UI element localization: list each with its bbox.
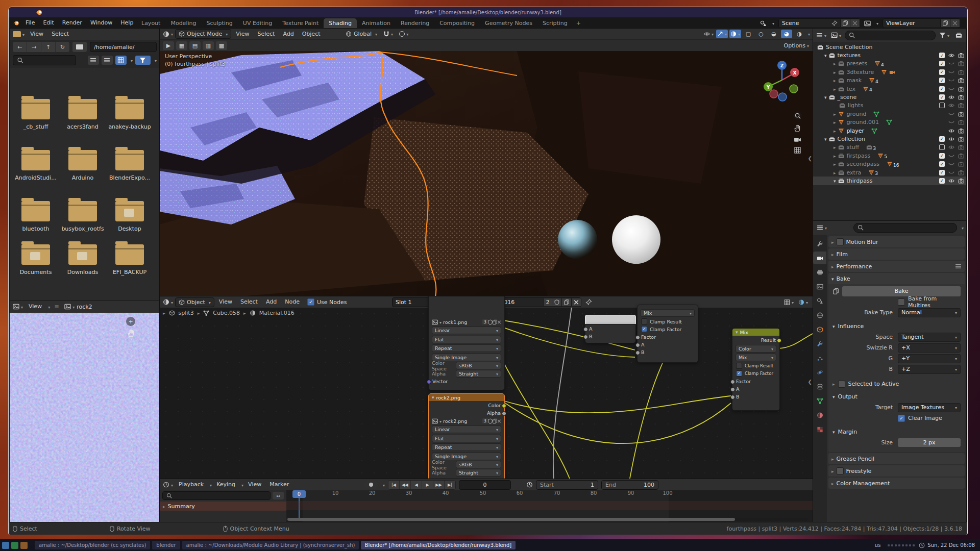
timeline-menu-marker[interactable]: Marker: [266, 480, 292, 490]
shader-type-selector[interactable]: Object: [175, 297, 214, 307]
camera-icon[interactable]: [958, 78, 964, 83]
pin-icon[interactable]: [585, 299, 592, 305]
outliner-row-presets[interactable]: presets 4 ✓: [813, 60, 966, 68]
scene-icon[interactable]: [760, 20, 767, 27]
systray-icons[interactable]: [888, 544, 915, 546]
target-dropdown[interactable]: Image Textures: [898, 403, 961, 412]
camera-icon[interactable]: [958, 53, 964, 58]
file-item[interactable]: BlenderExpo...: [108, 145, 152, 181]
expand-arrow[interactable]: [834, 119, 836, 126]
region-collapse-arrow[interactable]: ❮: [808, 156, 812, 161]
camera-icon[interactable]: [958, 103, 964, 108]
add-workspace-button[interactable]: +: [573, 18, 584, 29]
expand-arrow[interactable]: [824, 94, 827, 101]
outliner-display-mode-button[interactable]: [830, 31, 842, 40]
window-titlebar[interactable]: Blender* [/home/amalie/Desktop/blender/r…: [9, 7, 967, 17]
camera-icon[interactable]: [958, 128, 964, 134]
prev-keyframe-button[interactable]: ◀◀: [400, 481, 411, 489]
tab-scripting[interactable]: Scripting: [537, 18, 573, 29]
menu-file[interactable]: File: [21, 17, 39, 29]
file-item[interactable]: Arduino: [61, 145, 105, 181]
outliner-row-thirdpass[interactable]: thirdpass ✓: [813, 177, 966, 185]
file-item[interactable]: Desktop: [108, 196, 152, 232]
output-subpanel-label[interactable]: Output: [838, 393, 857, 400]
scene-selector[interactable]: Scene: [778, 18, 860, 28]
extension-dropdown[interactable]: Repeat: [432, 443, 501, 451]
freestyle-checkbox[interactable]: [837, 467, 844, 474]
interpolation-dropdown[interactable]: Linear: [432, 327, 501, 334]
file-browser-editor-type-button[interactable]: [12, 30, 26, 39]
outliner-row-player[interactable]: player: [813, 127, 966, 135]
eye-icon[interactable]: [948, 128, 954, 134]
display-thumbnails-button[interactable]: [115, 56, 127, 65]
next-keyframe-button[interactable]: ▶▶: [433, 481, 445, 489]
selected-node-header[interactable]: [585, 315, 636, 325]
play-button[interactable]: ▶: [422, 481, 433, 489]
eye-closed-icon[interactable]: [948, 153, 954, 159]
exclude-checkbox[interactable]: [939, 144, 945, 150]
exclude-checkbox[interactable]: ✓: [939, 161, 945, 167]
nav-up-button[interactable]: ↑: [41, 42, 56, 52]
active-tool-button[interactable]: ▶: [163, 41, 174, 50]
outliner-row-collection[interactable]: Collection ✓: [813, 135, 966, 143]
proportional-editing-toggle[interactable]: [398, 30, 409, 38]
zoom-in-icon[interactable]: +: [126, 317, 135, 326]
taskbar-item-terminal-2[interactable]: amalie : ~/Downloads/Module Audio Librar…: [182, 541, 359, 549]
tab-constraints-properties[interactable]: [813, 380, 826, 393]
selected-node-body[interactable]: A B: [585, 324, 636, 343]
eye-closed-icon[interactable]: [948, 111, 954, 117]
selected-to-active-checkbox[interactable]: [838, 381, 845, 388]
clamp-result-row[interactable]: Clamp Result: [638, 318, 698, 325]
image-editor-type-button[interactable]: [12, 303, 24, 311]
interpolation-dropdown[interactable]: Linear: [432, 425, 501, 433]
expand-arrow[interactable]: [834, 161, 836, 167]
viewport-editor-type-button[interactable]: [162, 30, 174, 38]
nav-refresh-button[interactable]: ↻: [56, 42, 69, 52]
image-editor-menu-view[interactable]: View: [25, 302, 45, 312]
tab-particles-properties[interactable]: [813, 352, 826, 364]
use-nodes-checkbox[interactable]: ✓Use Nodes: [307, 298, 347, 306]
display-horizontal-list-button[interactable]: [102, 56, 113, 65]
view-layer-selector[interactable]: ViewLayer: [883, 18, 960, 28]
blend-mode-dropdown[interactable]: Mix: [736, 354, 776, 361]
unlink-material-button[interactable]: [571, 298, 581, 306]
display-vertical-list-button[interactable]: [88, 56, 99, 65]
color-management-panel[interactable]: Color Management: [828, 478, 965, 489]
tab-sculpting[interactable]: Sculpting: [201, 18, 237, 29]
selected-to-active-label[interactable]: Selected to Active: [848, 381, 899, 387]
outliner-filter-button[interactable]: [938, 31, 950, 40]
show-overlays-toggle[interactable]: [729, 30, 741, 38]
file-path-field[interactable]: /home/amalie/: [90, 42, 157, 52]
timeline-scrollbar[interactable]: [287, 518, 808, 521]
close-icon[interactable]: [497, 418, 501, 424]
exclude-checkbox[interactable]: ✓: [939, 69, 945, 75]
swizzle-g-dropdown[interactable]: +Y: [898, 354, 961, 363]
shading-wireframe-button[interactable]: ○: [755, 30, 767, 38]
expand-arrow[interactable]: [834, 169, 836, 176]
tab-modifier-properties[interactable]: [813, 337, 826, 350]
expand-arrow[interactable]: [834, 69, 836, 76]
fake-user-shield-button[interactable]: [552, 298, 561, 306]
swizzle-r-dropdown[interactable]: +X: [898, 343, 961, 353]
node-header[interactable]: rock2.png: [429, 394, 504, 401]
timeline-menu-keying[interactable]: Keying: [213, 480, 239, 490]
display-size-chevron[interactable]: [129, 57, 133, 64]
expand-arrow[interactable]: [834, 153, 836, 159]
image-editor-hamburger[interactable]: ≡: [51, 303, 62, 311]
auto-keying-record-button[interactable]: [364, 481, 378, 489]
film-panel[interactable]: Film: [828, 248, 965, 260]
eye-icon[interactable]: [948, 103, 954, 108]
options-dropdown[interactable]: Options: [783, 41, 810, 50]
taskbar-clock[interactable]: Sun, 22 Dec 06:08: [927, 542, 975, 548]
exclude-checkbox[interactable]: ✓: [939, 94, 945, 100]
outliner-row-firstpass[interactable]: firstpass 5 ✓: [813, 152, 966, 160]
image-canvas[interactable]: +: [10, 313, 160, 522]
bake-type-dropdown[interactable]: Normal: [898, 308, 961, 317]
camera-icon[interactable]: [958, 136, 964, 142]
expand-arrow[interactable]: [824, 52, 827, 59]
tab-modeling[interactable]: Modeling: [165, 18, 201, 29]
blend-mode-dropdown[interactable]: Mix: [641, 309, 695, 317]
shader-menu-view[interactable]: View: [215, 297, 236, 307]
image-browse-button[interactable]: [63, 303, 76, 311]
menu-window[interactable]: Window: [86, 17, 116, 29]
